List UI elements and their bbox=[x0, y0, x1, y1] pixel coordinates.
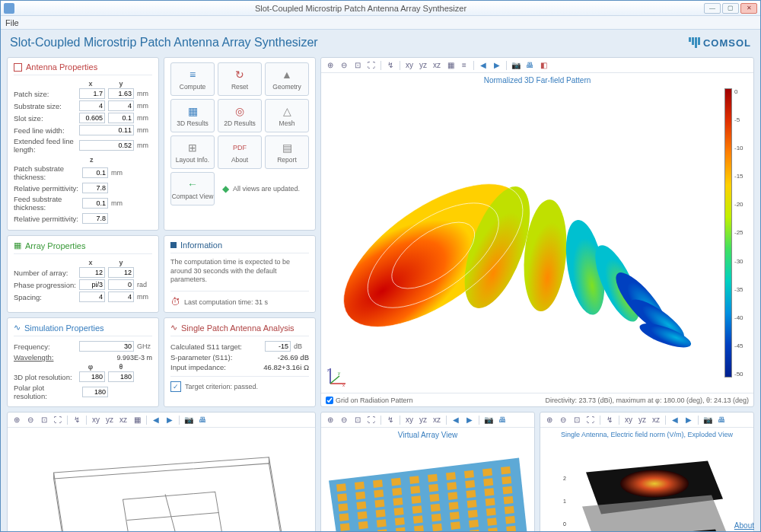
prev-icon[interactable]: ◀ bbox=[450, 414, 462, 426]
report-button[interactable]: ▤Report bbox=[265, 135, 309, 169]
compute-button[interactable]: ≡Compute bbox=[170, 62, 215, 96]
snapshot-icon[interactable]: 📷 bbox=[482, 414, 495, 426]
view-rotate-icon[interactable]: ↯ bbox=[71, 414, 83, 426]
grid-on-radiation-checkbox[interactable]: Grid on Radiation Pattern bbox=[326, 397, 413, 404]
prev-icon[interactable]: ◀ bbox=[669, 414, 681, 426]
view-rotate-icon[interactable]: ↯ bbox=[384, 59, 396, 72]
view-xy-icon[interactable]: xy bbox=[622, 414, 635, 426]
view-list-icon[interactable]: ≡ bbox=[458, 59, 470, 72]
compact-view-button[interactable]: ←Compact View bbox=[170, 172, 215, 205]
view-yz-icon[interactable]: yz bbox=[103, 414, 116, 426]
frequency-input[interactable] bbox=[79, 341, 134, 352]
view-yz-icon[interactable]: yz bbox=[417, 414, 429, 426]
substrate-size-x[interactable] bbox=[79, 100, 105, 111]
virtual-array-body[interactable]: Virtual Array View bbox=[321, 428, 534, 531]
zoom-out-icon[interactable]: ⊖ bbox=[24, 414, 37, 426]
view-rotate-icon[interactable]: ↯ bbox=[603, 414, 616, 426]
colorbar-ticks: 0-5-10-15-20-25-30-35-40-45-50 bbox=[732, 88, 749, 377]
geometry-plot-body[interactable] bbox=[8, 428, 315, 531]
about-link[interactable]: About bbox=[734, 521, 754, 530]
maximize-button[interactable]: ▢ bbox=[722, 3, 739, 14]
zoom-box-icon[interactable]: ⊡ bbox=[352, 414, 364, 426]
zoom-extents-icon[interactable]: ⛶ bbox=[584, 414, 597, 426]
substrate-size-y[interactable] bbox=[108, 100, 134, 111]
plot3d-phi[interactable] bbox=[79, 371, 105, 382]
svg-marker-64 bbox=[395, 518, 405, 526]
polar-res[interactable] bbox=[82, 387, 108, 397]
print-icon[interactable]: 🖶 bbox=[496, 414, 508, 426]
slot-size-y[interactable] bbox=[108, 113, 134, 123]
prev-icon[interactable]: ◀ bbox=[150, 414, 162, 426]
2d-results-button[interactable]: ◎2D Results bbox=[218, 99, 262, 132]
zoom-in-icon[interactable]: ⊕ bbox=[324, 414, 336, 426]
menu-file[interactable]: File bbox=[5, 18, 19, 27]
about-button[interactable]: PDFAbout bbox=[218, 135, 262, 169]
next-icon[interactable]: ▶ bbox=[463, 414, 476, 426]
svg-marker-73 bbox=[412, 505, 422, 514]
snapshot-icon[interactable]: 📷 bbox=[183, 414, 195, 426]
view-xz-icon[interactable]: xz bbox=[117, 414, 129, 426]
next-icon[interactable]: ▶ bbox=[164, 414, 176, 426]
view-xz-icon[interactable]: xz bbox=[431, 414, 443, 426]
view-xz-icon[interactable]: xz bbox=[650, 414, 662, 426]
far-field-plot-body[interactable]: Normalized 3D Far-field Pattern bbox=[321, 73, 753, 393]
view-xy-icon[interactable]: xy bbox=[90, 414, 102, 426]
feed-sub-thick[interactable] bbox=[82, 198, 108, 209]
phase-y[interactable] bbox=[108, 279, 134, 290]
print-icon[interactable]: 🖶 bbox=[524, 59, 536, 72]
minimize-button[interactable]: — bbox=[704, 3, 721, 14]
zoom-in-icon[interactable]: ⊕ bbox=[324, 59, 336, 72]
zoom-extents-icon[interactable]: ⛶ bbox=[365, 59, 377, 72]
s11-target-input[interactable] bbox=[265, 341, 291, 352]
slot-size-x[interactable] bbox=[79, 113, 105, 123]
next-icon[interactable]: ▶ bbox=[491, 59, 503, 72]
rel-perm2[interactable] bbox=[82, 213, 108, 224]
close-button[interactable]: ✕ bbox=[740, 3, 757, 14]
print-icon[interactable]: 🖶 bbox=[196, 414, 209, 426]
zoom-box-icon[interactable]: ⊡ bbox=[571, 414, 583, 426]
wavelength-link[interactable]: Wavelength: bbox=[14, 353, 79, 362]
view-rotate-icon[interactable]: ↯ bbox=[384, 414, 396, 426]
zoom-box-icon[interactable]: ⊡ bbox=[38, 414, 50, 426]
zoom-in-icon[interactable]: ⊕ bbox=[543, 414, 556, 426]
snapshot-icon[interactable]: 📷 bbox=[702, 414, 714, 426]
view-xz-icon[interactable]: xz bbox=[431, 59, 443, 72]
patch-sub-thick[interactable] bbox=[82, 167, 108, 178]
prev-icon[interactable]: ◀ bbox=[477, 59, 489, 72]
layout-info-button[interactable]: ⊞Layout Info. bbox=[170, 135, 215, 169]
patch-size-x[interactable] bbox=[79, 88, 105, 99]
wavelength-value: 9.993E-3 m bbox=[82, 354, 152, 362]
zoom-in-icon[interactable]: ⊕ bbox=[11, 414, 23, 426]
patch-size-y[interactable] bbox=[108, 88, 134, 99]
3d-results-button[interactable]: ▦3D Results bbox=[170, 99, 215, 132]
geometry-button[interactable]: ▲Geometry bbox=[265, 62, 309, 96]
exploded-view-body[interactable]: Single Antenna, Electric field norm (V/m… bbox=[540, 428, 753, 531]
ext-feed-len[interactable] bbox=[79, 140, 134, 151]
view-yz-icon[interactable]: yz bbox=[636, 414, 648, 426]
zoom-extents-icon[interactable]: ⛶ bbox=[52, 414, 64, 426]
zoom-out-icon[interactable]: ⊖ bbox=[338, 59, 350, 72]
num-array-y[interactable] bbox=[108, 267, 134, 278]
plot3d-theta[interactable] bbox=[108, 371, 134, 382]
snapshot-icon[interactable]: 📷 bbox=[510, 59, 522, 72]
reset-button[interactable]: ↻Reset bbox=[218, 62, 262, 96]
export-icon[interactable]: ◧ bbox=[537, 59, 549, 72]
spacing-x[interactable] bbox=[79, 291, 105, 302]
view-yz-icon[interactable]: yz bbox=[417, 59, 429, 72]
next-icon[interactable]: ▶ bbox=[683, 414, 695, 426]
spacing-y[interactable] bbox=[108, 291, 134, 302]
feed-line-width[interactable] bbox=[79, 125, 134, 135]
rel-perm1[interactable] bbox=[82, 183, 108, 193]
view-3d-icon[interactable]: ▦ bbox=[131, 414, 143, 426]
zoom-out-icon[interactable]: ⊖ bbox=[557, 414, 569, 426]
zoom-extents-icon[interactable]: ⛶ bbox=[365, 414, 377, 426]
view-3d-icon[interactable]: ▦ bbox=[444, 59, 457, 72]
zoom-box-icon[interactable]: ⊡ bbox=[352, 59, 364, 72]
view-xy-icon[interactable]: xy bbox=[403, 414, 416, 426]
view-xy-icon[interactable]: xy bbox=[403, 59, 416, 72]
phase-x[interactable] bbox=[79, 279, 105, 290]
mesh-button[interactable]: △Mesh bbox=[265, 99, 309, 132]
num-array-x[interactable] bbox=[79, 267, 105, 278]
zoom-out-icon[interactable]: ⊖ bbox=[338, 414, 350, 426]
print-icon[interactable]: 🖶 bbox=[715, 414, 728, 426]
